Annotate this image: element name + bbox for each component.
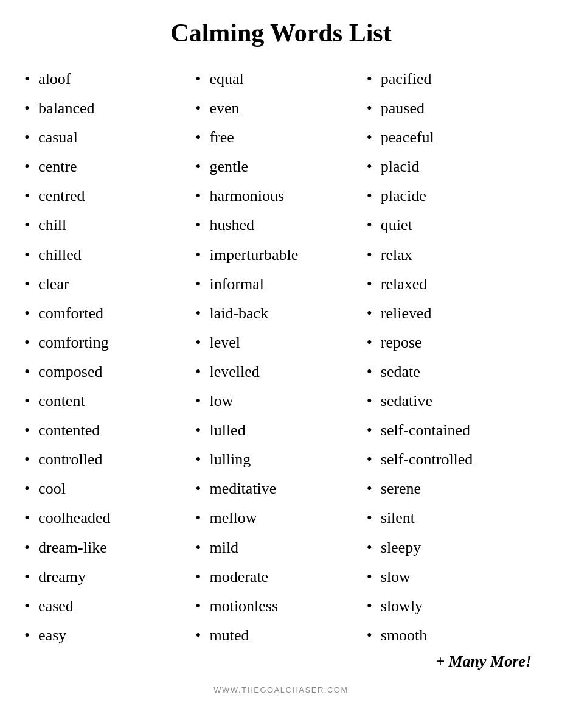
list-item: chill	[24, 211, 195, 240]
list-item: coolheaded	[24, 503, 195, 533]
word-columns: aloofbalancedcasualcentrecentredchillchi…	[24, 65, 538, 671]
list-item: lulling	[195, 445, 366, 474]
column-3-container: pacifiedpausedpeacefulplacidplacidequiet…	[367, 65, 538, 671]
list-item: slow	[367, 562, 538, 592]
list-item: sedate	[367, 357, 538, 387]
list-item: comforted	[24, 299, 195, 328]
list-item: self-contained	[367, 416, 538, 445]
list-item: self-controlled	[367, 445, 538, 474]
list-item: levelled	[195, 357, 366, 387]
list-item: silent	[367, 503, 538, 533]
list-item: sleepy	[367, 533, 538, 562]
list-item: slowly	[367, 592, 538, 621]
list-item: mild	[195, 533, 366, 562]
list-item: relieved	[367, 299, 538, 328]
list-item: balanced	[24, 94, 195, 123]
list-item: dream-like	[24, 533, 195, 562]
list-item: placide	[367, 181, 538, 211]
list-item: even	[195, 94, 366, 123]
list-item: repose	[367, 328, 538, 357]
list-item: easy	[24, 621, 195, 650]
list-item: imperturbable	[195, 240, 366, 270]
list-item: controlled	[24, 445, 195, 474]
list-item: equal	[195, 65, 366, 94]
list-item: comforting	[24, 328, 195, 357]
list-item: meditative	[195, 474, 366, 503]
list-item: motionless	[195, 592, 366, 621]
list-item: moderate	[195, 562, 366, 592]
list-item: centre	[24, 152, 195, 181]
list-item: smooth	[367, 621, 538, 650]
list-item: relaxed	[367, 270, 538, 299]
list-item: contented	[24, 416, 195, 445]
footer: WWW.THEGOALCHASER.COM	[213, 685, 348, 695]
list-item: composed	[24, 357, 195, 387]
column-1: aloofbalancedcasualcentrecentredchillchi…	[24, 65, 195, 650]
list-item: centred	[24, 181, 195, 211]
column-2: equalevenfreegentleharmonioushushedimper…	[195, 65, 366, 650]
list-item: mellow	[195, 503, 366, 533]
list-item: muted	[195, 621, 366, 650]
list-item: cool	[24, 474, 195, 503]
list-item: low	[195, 387, 366, 416]
list-item: placid	[367, 152, 538, 181]
list-item: peaceful	[367, 123, 538, 152]
list-item: content	[24, 387, 195, 416]
list-item: eased	[24, 592, 195, 621]
column-3: pacifiedpausedpeacefulplacidplacidequiet…	[367, 65, 538, 650]
list-item: paused	[367, 94, 538, 123]
list-item: clear	[24, 270, 195, 299]
list-item: lulled	[195, 416, 366, 445]
list-item: hushed	[195, 211, 366, 240]
list-item: level	[195, 328, 366, 357]
list-item: casual	[24, 123, 195, 152]
list-item: chilled	[24, 240, 195, 270]
list-item: quiet	[367, 211, 538, 240]
list-item: dreamy	[24, 562, 195, 592]
list-item: pacified	[367, 65, 538, 94]
list-item: laid-back	[195, 299, 366, 328]
list-item: harmonious	[195, 181, 366, 211]
list-item: informal	[195, 270, 366, 299]
list-item: relax	[367, 240, 538, 270]
list-item: gentle	[195, 152, 366, 181]
list-item: serene	[367, 474, 538, 503]
list-item: sedative	[367, 387, 538, 416]
more-label: + Many More!	[367, 653, 538, 671]
list-item: free	[195, 123, 366, 152]
page-title: Calming Words List	[170, 18, 391, 47]
list-item: aloof	[24, 65, 195, 94]
